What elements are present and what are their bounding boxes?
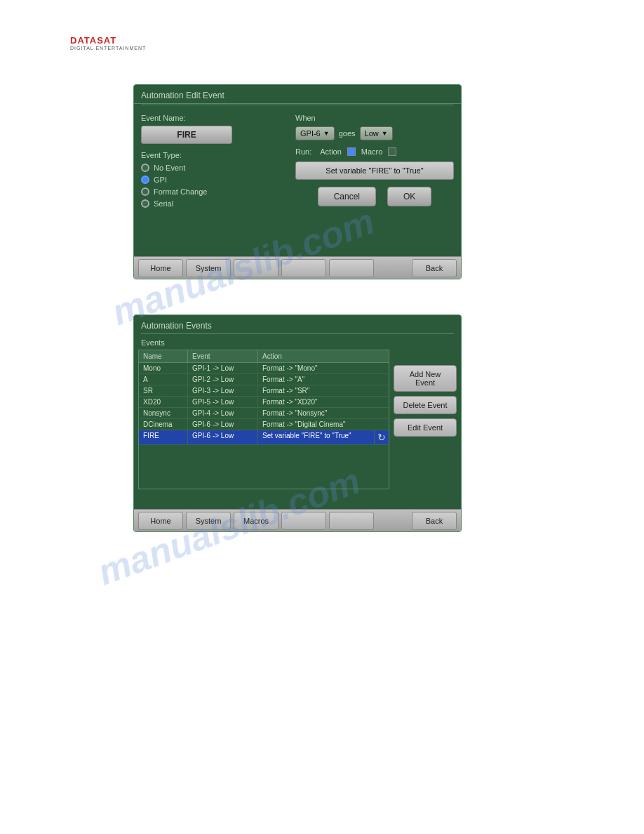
panel2-btn5[interactable]: [329, 512, 374, 530]
panel1-home-button[interactable]: Home: [138, 259, 183, 277]
td-name: Nonsync: [139, 408, 188, 418]
td-event: GPI-2 -> Low: [188, 374, 258, 385]
radio-no-event[interactable]: No Event: [141, 164, 288, 172]
gpi-value: GPI-6: [300, 129, 321, 138]
low-dropdown-arrow: ▼: [382, 130, 388, 137]
run-label: Run:: [295, 147, 311, 156]
radio-no-event-label: No Event: [154, 164, 185, 172]
td-event: GPI-3 -> Low: [188, 385, 258, 396]
when-label: When: [295, 114, 454, 122]
panel2-title: Automation Events: [134, 315, 461, 333]
td-event: GPI-4 -> Low: [188, 408, 258, 418]
action-checkbox[interactable]: [347, 147, 356, 156]
td-action: Format -> "SR": [258, 385, 389, 396]
table-row[interactable]: MonoGPI-1 -> LowFormat -> "Mono": [139, 363, 389, 374]
td-event: GPI-1 -> Low: [188, 363, 258, 373]
td-name: A: [139, 374, 188, 385]
panel1-nav-bar: Home System Back: [134, 256, 461, 279]
table-row[interactable]: XD20GPI-5 -> LowFormat -> "XD20": [139, 397, 389, 408]
td-event: GPI-6 -> Low: [188, 430, 258, 444]
delete-event-button[interactable]: Delete Event: [394, 396, 457, 414]
logo-main: DATASAT: [70, 35, 146, 46]
cancel-button[interactable]: Cancel: [318, 187, 376, 206]
td-name: FIRE: [139, 430, 188, 444]
td-name: SR: [139, 385, 188, 396]
panel1-back-button[interactable]: Back: [412, 259, 457, 277]
col-header-event: Event: [188, 350, 258, 362]
radio-no-event-circle[interactable]: [141, 164, 149, 172]
radio-gpi-circle[interactable]: [141, 176, 149, 184]
action-display[interactable]: Set variable "FIRE" to "True": [295, 161, 454, 180]
automation-events-panel: Automation Events Events Name Event Acti…: [133, 315, 462, 532]
td-name: Mono: [139, 363, 188, 373]
radio-serial-label: Serial: [154, 199, 173, 208]
panel1-divider: [141, 105, 454, 105]
radio-format-change-label: Format Change: [154, 187, 207, 196]
table-row[interactable]: NonsyncGPI-4 -> LowFormat -> "Nonsync": [139, 408, 389, 419]
logo-sub: DIGITAL ENTERTAINMENT: [70, 46, 146, 51]
gpi-dropdown-arrow: ▼: [323, 130, 330, 137]
td-event: GPI-5 -> Low: [188, 397, 258, 407]
panel2-events-label: Events: [134, 337, 461, 350]
td-event: GPI-6 -> Low: [188, 419, 258, 430]
low-dropdown[interactable]: Low ▼: [360, 126, 393, 140]
panel1-btn5[interactable]: [329, 259, 374, 277]
gpi-dropdown[interactable]: GPI-6 ▼: [295, 126, 335, 140]
panel2-home-button[interactable]: Home: [138, 512, 183, 530]
radio-gpi-label: GPI: [154, 176, 167, 184]
event-name-label: Event Name:: [141, 114, 288, 122]
radio-gpi[interactable]: GPI: [141, 176, 288, 184]
ok-button[interactable]: OK: [387, 187, 431, 206]
td-name: XD20: [139, 397, 188, 407]
event-type-label: Event Type:: [141, 151, 288, 159]
events-table: Name Event Action MonoGPI-1 -> LowFormat…: [138, 350, 389, 489]
col-header-name: Name: [139, 350, 188, 362]
macro-checkbox[interactable]: [388, 147, 396, 156]
td-action: Format -> "Digital Cinema": [258, 419, 389, 430]
panel1-title: Automation Edit Event: [134, 85, 461, 104]
table-row[interactable]: FIREGPI-6 -> LowSet variable "FIRE" to "…: [139, 430, 389, 445]
radio-serial-circle[interactable]: [141, 199, 149, 208]
edit-event-button[interactable]: Edit Event: [394, 418, 457, 437]
spinner-icon: ↻: [375, 430, 389, 444]
goes-text: goes: [339, 129, 356, 138]
panel1-system-button[interactable]: System: [186, 259, 231, 277]
table-header: Name Event Action: [138, 350, 389, 363]
panel1-btn4[interactable]: [281, 259, 326, 277]
table-row[interactable]: DCinemaGPI-6 -> LowFormat -> "Digital Ci…: [139, 419, 389, 430]
table-body: MonoGPI-1 -> LowFormat -> "Mono"AGPI-2 -…: [138, 363, 389, 489]
panel1-btn3[interactable]: [234, 259, 279, 277]
td-action: Format -> "Mono": [258, 363, 389, 373]
radio-format-change[interactable]: Format Change: [141, 187, 288, 196]
td-action: Format -> "Nonsync": [258, 408, 389, 418]
add-new-event-button[interactable]: Add New Event: [394, 365, 457, 392]
panel2-nav-bar: Home System Macros Back: [134, 509, 461, 531]
col-header-action: Action: [258, 350, 389, 362]
td-name: DCinema: [139, 419, 188, 430]
sidebar-buttons: Add New Event Delete Event Edit Event: [394, 350, 457, 489]
event-name-button[interactable]: FIRE: [141, 126, 232, 144]
low-value: Low: [365, 129, 379, 138]
panel2-system-button[interactable]: System: [186, 512, 231, 530]
macro-label: Macro: [361, 147, 383, 156]
td-action: Format -> "A": [258, 374, 389, 385]
action-label: Action: [320, 147, 342, 156]
td-action: Set variable "FIRE" to "True": [258, 430, 375, 444]
automation-edit-event-panel: Automation Edit Event Event Name: FIRE E…: [133, 84, 462, 279]
panel2-back-button[interactable]: Back: [412, 512, 457, 530]
radio-serial[interactable]: Serial: [141, 199, 288, 208]
table-row[interactable]: SRGPI-3 -> LowFormat -> "SR": [139, 385, 389, 397]
td-action: Format -> "XD20": [258, 397, 389, 407]
panel2-macros-button[interactable]: Macros: [234, 512, 279, 530]
table-row[interactable]: AGPI-2 -> LowFormat -> "A": [139, 374, 389, 385]
radio-format-change-circle[interactable]: [141, 187, 149, 196]
logo-area: DATASAT DIGITAL ENTERTAINMENT: [70, 35, 146, 51]
panel2-divider: [141, 333, 454, 334]
panel2-btn4[interactable]: [281, 512, 326, 530]
